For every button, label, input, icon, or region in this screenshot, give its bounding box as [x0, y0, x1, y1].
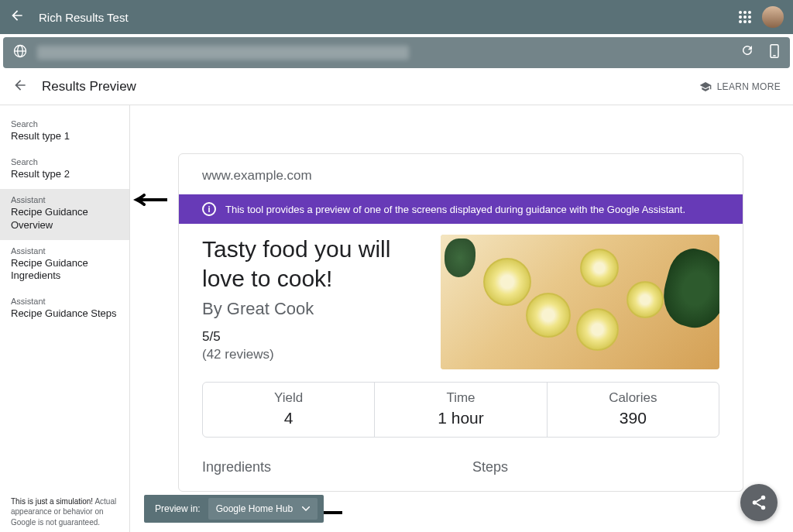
stat-time: Time 1 hour: [375, 383, 547, 437]
preview-in-select[interactable]: Google Home Hub: [208, 498, 318, 520]
preview-in-value: Google Home Hub: [216, 503, 293, 514]
sidebar-item-label: Recipe Guidance Overview: [11, 206, 118, 232]
sidebar-item-recipe-overview[interactable]: Assistant Recipe Guidance Overview: [0, 189, 129, 240]
content-area: www.example.com i This tool provides a p…: [130, 105, 793, 532]
graduation-icon: [699, 81, 712, 93]
preview-in-label: Preview in:: [155, 503, 201, 514]
annotation-arrow: [133, 194, 167, 206]
recipe-title: Tasty food you will love to cook!: [202, 235, 422, 293]
page-title: Results Preview: [42, 79, 699, 94]
sidebar: Search Result type 1 Search Result type …: [0, 105, 130, 532]
svg-point-6: [761, 496, 766, 500]
sidebar-category: Assistant: [11, 297, 118, 306]
sidebar-item-label: Recipe Guidance Ingredients: [11, 257, 118, 283]
sub-header: Results Preview LEARN MORE: [0, 68, 793, 105]
info-icon: i: [202, 202, 216, 216]
sidebar-category: Assistant: [11, 246, 118, 256]
recipe-image: [441, 235, 719, 369]
mobile-icon[interactable]: [768, 43, 781, 62]
tab-ingredients[interactable]: Ingredients: [202, 459, 271, 475]
avatar[interactable]: [762, 6, 784, 28]
stat-yield: Yield 4: [203, 383, 375, 437]
sidebar-item-recipe-ingredients[interactable]: Assistant Recipe Guidance Ingredients: [0, 240, 129, 291]
share-icon: [750, 494, 767, 511]
disclaimer-text: This is just a simulation! Actual appear…: [11, 496, 122, 528]
back-icon[interactable]: [9, 8, 25, 26]
refresh-icon[interactable]: [740, 43, 754, 62]
stat-calories: Calories 390: [548, 383, 719, 437]
app-title: Rich Results Test: [39, 11, 739, 24]
recipe-rating: 5/5 (42 reviews): [202, 328, 422, 364]
sidebar-item-result-type-1[interactable]: Search Result type 1: [0, 113, 129, 151]
svg-marker-4: [133, 195, 142, 204]
sidebar-category: Search: [11, 119, 118, 129]
share-button[interactable]: [740, 484, 778, 521]
apps-icon[interactable]: [739, 11, 751, 23]
banner-text: This tool provides a preview of one of t…: [225, 204, 685, 215]
svg-point-8: [761, 506, 766, 510]
learn-more-link[interactable]: LEARN MORE: [699, 81, 781, 93]
url-bar: [3, 37, 790, 68]
sidebar-item-label: Result type 1: [11, 130, 118, 143]
url-blurred: [37, 46, 409, 60]
recipe-stats: Yield 4 Time 1 hour Calories 390: [202, 382, 719, 438]
recipe-author: By Great Cook: [202, 299, 422, 319]
sidebar-category: Assistant: [11, 195, 118, 204]
preview-card: www.example.com i This tool provides a p…: [178, 153, 743, 492]
top-bar: Rich Results Test: [0, 0, 793, 34]
sidebar-item-label: Result type 2: [11, 168, 118, 181]
tab-steps[interactable]: Steps: [472, 459, 508, 475]
back-icon-secondary[interactable]: [12, 77, 28, 96]
globe-icon: [12, 43, 28, 62]
recipe-tabs: Ingredients Steps: [202, 459, 719, 475]
sidebar-item-label: Recipe Guidance Steps: [11, 307, 118, 321]
svg-point-7: [753, 500, 757, 505]
sidebar-item-recipe-steps[interactable]: Assistant Recipe Guidance Steps: [0, 290, 129, 328]
preview-in-bar: Preview in: Google Home Hub: [144, 495, 324, 523]
preview-domain: www.example.com: [179, 154, 743, 194]
sidebar-category: Search: [11, 157, 118, 166]
sidebar-item-result-type-2[interactable]: Search Result type 2: [0, 151, 129, 189]
chevron-down-icon: [302, 506, 310, 511]
learn-more-label: LEARN MORE: [717, 81, 781, 92]
info-banner: i This tool provides a preview of one of…: [179, 194, 743, 224]
